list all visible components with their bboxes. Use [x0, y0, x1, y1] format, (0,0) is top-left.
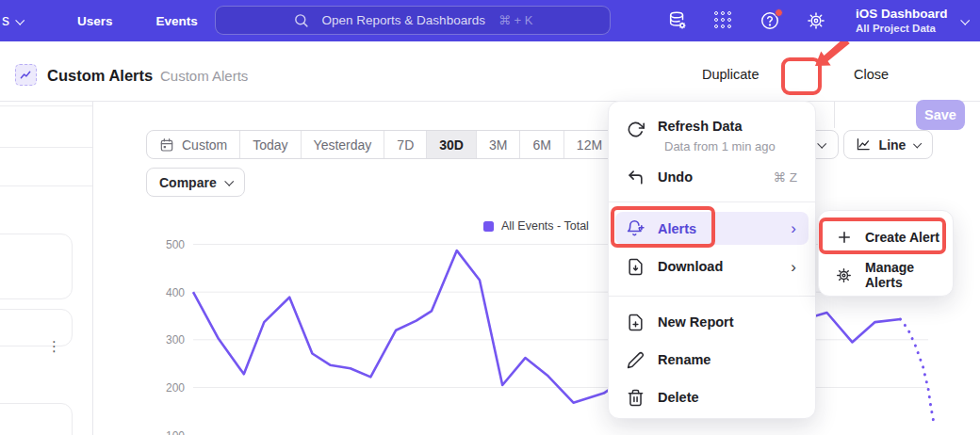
calendar-icon [159, 137, 174, 153]
header-divider [834, 102, 835, 128]
date-range-control: CustomTodayYesterday7D30D3M6M12M [146, 130, 615, 159]
project-switcher[interactable]: iOS Dashboard All Project Data [856, 0, 968, 41]
sidebar-row-divider [0, 147, 92, 148]
undo-icon [626, 168, 645, 187]
help-icon[interactable] [760, 10, 780, 31]
nav-item-users[interactable]: Users [77, 14, 113, 28]
sidebar-row-divider [0, 185, 92, 186]
search-shortcut: ⌘ + K [498, 13, 533, 27]
date-range-yesterday[interactable]: Yesterday [302, 131, 385, 158]
menu-item-download[interactable]: Download › [615, 250, 808, 283]
compare-button[interactable]: Compare [146, 168, 245, 197]
apps-grid-icon[interactable] [713, 10, 734, 31]
breadcrumb: Custom Alerts [160, 68, 248, 84]
y-axis-label: 200 [166, 381, 185, 395]
help-notification-dot [775, 8, 783, 17]
top-navigation-bar: s Users Events Open Reports & Dashboards… [0, 0, 980, 41]
chevron-down-icon [913, 139, 922, 148]
nav-item-events[interactable]: Events [156, 14, 198, 28]
sidebar-row-divider [0, 105, 92, 106]
y-axis-label: 300 [166, 333, 185, 346]
legend-label: All Events - Total [501, 219, 589, 233]
menu-item-delete[interactable]: Delete [615, 380, 808, 414]
pencil-icon [626, 350, 645, 370]
refresh-icon [626, 120, 645, 139]
date-range-today[interactable]: Today [240, 131, 301, 158]
kebab-menu-icon[interactable]: ⋮ [47, 343, 61, 349]
menu-divider [609, 201, 815, 202]
chevron-down-icon [960, 15, 970, 24]
project-name: iOS Dashboard [856, 7, 948, 22]
date-range-custom[interactable]: Custom [147, 131, 240, 158]
gear-icon [834, 266, 854, 285]
chevron-down-icon [817, 139, 826, 149]
project-scope: All Project Data [856, 22, 948, 35]
date-range-7d[interactable]: 7D [384, 131, 427, 158]
chevron-down-icon [15, 15, 24, 24]
date-range-6m[interactable]: 6M [520, 131, 564, 158]
report-icon [15, 64, 37, 86]
undo-shortcut: ⌘ Z [774, 169, 798, 185]
menu-divider [609, 296, 815, 297]
chevron-right-icon: › [791, 259, 796, 275]
menu-item-rename[interactable]: Rename [615, 343, 808, 377]
chevron-right-icon: › [791, 220, 796, 236]
search-icon [293, 12, 309, 28]
close-button[interactable]: Close [854, 67, 889, 82]
chart-type-label: Line [879, 137, 906, 153]
bell-plus-icon [626, 218, 645, 238]
chevron-down-icon [224, 177, 234, 186]
save-button[interactable]: Save [916, 100, 965, 130]
query-builder-sidebar: ⋮ [0, 102, 93, 435]
line-chart-icon [857, 137, 871, 153]
new-report-icon [626, 313, 645, 332]
alerts-submenu: Create Alert Manage Alerts [818, 210, 954, 297]
settings-gear-icon[interactable] [806, 10, 826, 31]
submenu-item-manage-alerts[interactable]: Manage Alerts [825, 258, 946, 292]
menu-item-new-report[interactable]: New Report [615, 305, 808, 339]
download-icon [626, 257, 645, 277]
trash-icon [626, 388, 645, 408]
report-header: Custom Alerts Custom Alerts GV Duplicate… [0, 41, 980, 102]
duplicate-button[interactable]: Duplicate [702, 67, 759, 82]
compare-label: Compare [159, 175, 217, 190]
search-placeholder: Open Reports & Dashboards [322, 13, 485, 27]
data-management-icon[interactable] [667, 10, 688, 31]
menu-item-refresh-data[interactable]: Refresh Data Data from 1 min ago [615, 111, 808, 156]
legend-swatch-icon [483, 221, 494, 232]
context-menu: Refresh Data Data from 1 min ago Undo ⌘ … [608, 101, 816, 419]
page-title: Custom Alerts [47, 67, 153, 85]
submenu-item-create-alert[interactable]: Create Alert [825, 220, 946, 254]
menu-item-undo[interactable]: Undo ⌘ Z [615, 160, 808, 194]
sidebar-card[interactable] [0, 234, 73, 299]
refresh-status: Data from 1 min ago [664, 139, 776, 153]
date-range-3m[interactable]: 3M [477, 131, 520, 158]
y-axis-label: 100 [166, 429, 185, 435]
sidebar-card[interactable] [0, 403, 73, 435]
y-axis-label: 500 [166, 238, 185, 251]
series-line-dotted-projection [901, 319, 934, 421]
sidebar-card[interactable] [0, 309, 73, 346]
date-range-30d[interactable]: 30D [427, 131, 477, 158]
nav-item-truncated[interactable]: s [2, 12, 23, 29]
plus-icon [834, 228, 854, 248]
chart-legend[interactable]: All Events - Total [483, 219, 589, 233]
search-bar[interactable]: Open Reports & Dashboards ⌘ + K [215, 6, 611, 35]
y-axis-label: 400 [166, 286, 185, 299]
chart-type-button[interactable]: Line [843, 130, 933, 159]
menu-item-alerts[interactable]: Alerts › [615, 212, 808, 245]
